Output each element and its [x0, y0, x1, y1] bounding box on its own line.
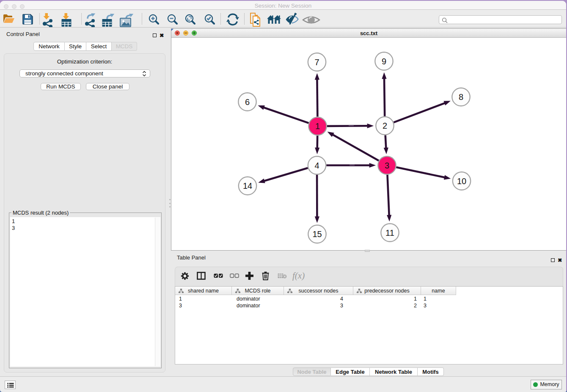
svg-text:14: 14: [243, 181, 252, 190]
svg-text:6: 6: [245, 97, 250, 107]
svg-text:1: 1: [315, 121, 320, 131]
svg-text:3: 3: [385, 161, 389, 170]
svg-text:7: 7: [314, 58, 319, 67]
svg-text:4: 4: [314, 161, 319, 170]
svg-text:9: 9: [382, 57, 386, 66]
svg-text:11: 11: [385, 228, 394, 237]
svg-text:2: 2: [383, 121, 387, 130]
svg-text:15: 15: [312, 229, 322, 239]
svg-text:8: 8: [459, 92, 463, 102]
svg-text:10: 10: [457, 177, 466, 186]
